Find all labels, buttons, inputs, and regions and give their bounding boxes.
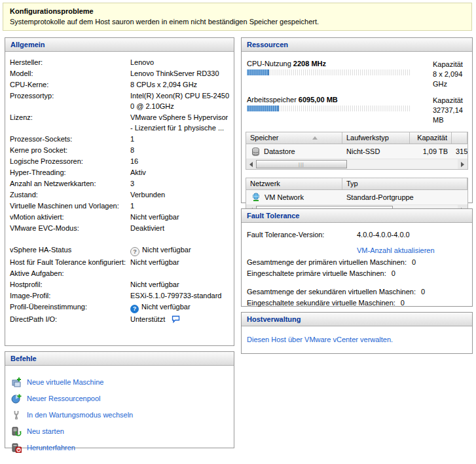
row-value: Nicht verfügbar bbox=[130, 279, 230, 290]
command-enter-maintenance-label[interactable]: In den Wartungsmodus wechseln bbox=[27, 411, 133, 419]
row-ha-status: vSphere HA-Status?Nicht verfügbar bbox=[10, 244, 230, 256]
scroll-right-arrow-icon[interactable] bbox=[458, 159, 467, 169]
command-restart[interactable]: Neu starten bbox=[10, 423, 234, 439]
ft-version-label: Fault Tolerance-Version: bbox=[247, 229, 357, 240]
row-image-profil: Image-Profil:ESXi-5.1.0-799733-standard bbox=[10, 290, 230, 301]
storage-scroll-thumb[interactable]: ||| bbox=[256, 160, 347, 168]
network-name: VM Network bbox=[265, 193, 304, 201]
row-logische-prozessoren: Logische Prozessoren:16 bbox=[10, 156, 230, 166]
storage-table-row-datastore[interactable]: Datastore Nicht-SSD 1,09 TB 315 bbox=[246, 144, 467, 159]
ft-version-row: Fault Tolerance-Version: 4.0.0-4.0.0-4.0… bbox=[247, 229, 468, 240]
row-label: Prozessortyp: bbox=[10, 90, 130, 111]
network-col-netzwerk[interactable]: Netzwerk bbox=[246, 178, 342, 189]
memory-usage-bar bbox=[247, 106, 411, 111]
command-new-resource-pool[interactable]: Neuer Ressourcenpool bbox=[10, 390, 234, 406]
panel-allgemein-title: Allgemein bbox=[5, 38, 234, 52]
question-mark-blue-icon: ? bbox=[130, 305, 139, 313]
row-value: Verbunden bbox=[130, 189, 230, 200]
ft-total-secondary-row: Gesamtmenge der sekundären virtuellen Ma… bbox=[247, 286, 468, 297]
row-fault-tolerance-host: Host für Fault Tolerance konfiguriert:Ni… bbox=[10, 257, 230, 267]
command-shutdown-label[interactable]: Herunterfahren bbox=[27, 444, 75, 452]
panel-befehle: Befehle Neue virtuelle Maschine Neuer Re… bbox=[5, 351, 234, 448]
row-label: vMotion aktiviert: bbox=[10, 212, 130, 222]
banner-title: Konfigurationsprobleme bbox=[10, 7, 465, 15]
row-value: Lenovo bbox=[130, 57, 230, 68]
manage-host-vcenter-link[interactable]: Diesen Host über VMware vCenter verwalte… bbox=[247, 336, 393, 343]
cpu-usage-value: 2208 MHz bbox=[293, 60, 326, 68]
row-value: 1 bbox=[130, 134, 230, 144]
comment-bubble-icon[interactable] bbox=[172, 315, 180, 326]
datastore-icon bbox=[251, 146, 260, 159]
sort-asc-icon bbox=[312, 136, 318, 140]
memory-usage-row: Arbeitsspeicher6095,00 MB Kapazität 3273… bbox=[247, 96, 469, 125]
ft-total-primary-row: Gesamtmenge der primären virtuellen Masc… bbox=[247, 257, 468, 267]
row-evc-modus: VMware EVC-Modus:Deaktiviert bbox=[10, 223, 230, 233]
row-label: Aktive Aufgaben: bbox=[10, 268, 130, 279]
new-vm-icon bbox=[10, 377, 22, 387]
row-value: Intel(R) Xeon(R) CPU E5-2450 0 @ 2.10GHz bbox=[130, 90, 230, 111]
row-label: vSphere HA-Status bbox=[10, 244, 130, 256]
row-value: 16 bbox=[130, 156, 230, 166]
row-label: Modell: bbox=[10, 68, 130, 79]
row-value bbox=[130, 268, 230, 279]
row-label: DirectPath I/O: bbox=[10, 314, 130, 326]
row-value: Nicht verfügbar bbox=[130, 257, 230, 267]
cpu-capacity-label: Kapazität bbox=[433, 60, 469, 69]
row-hostprofil: Hostprofil:Nicht verfügbar bbox=[10, 279, 230, 290]
row-label: Kerne pro Socket: bbox=[10, 145, 130, 155]
panel-fault-tolerance-body: Fault Tolerance-Version: 4.0.0-4.0.0-4.0… bbox=[242, 223, 472, 308]
row-netzwerkkarten: Anzahl an Netzwerkkarten:3 bbox=[10, 178, 230, 189]
row-label: CPU-Kerne: bbox=[10, 79, 130, 90]
row-label: Hostprofil: bbox=[10, 279, 130, 290]
row-value: Lenovo ThinkServer RD330 bbox=[130, 68, 230, 79]
command-enter-maintenance-mode[interactable]: In den Wartungsmodus wechseln bbox=[10, 406, 234, 423]
command-new-vm-label[interactable]: Neue virtuelle Maschine bbox=[27, 378, 103, 386]
memory-usage-bar-fill bbox=[247, 106, 279, 111]
network-col-typ[interactable]: Typ bbox=[342, 178, 467, 189]
shutdown-icon bbox=[10, 442, 22, 453]
command-shutdown[interactable]: Herunterfahren bbox=[10, 439, 234, 455]
storage-col-extra[interactable] bbox=[452, 132, 467, 144]
row-prozessortyp: Prozessortyp:Intel(R) Xeon(R) CPU E5-245… bbox=[10, 90, 230, 111]
panel-allgemein: Allgemein Hersteller:Lenovo Modell:Lenov… bbox=[5, 37, 234, 346]
memory-capacity-value: 32737,14 MB bbox=[433, 106, 469, 125]
cpu-usage-bar-fill bbox=[247, 69, 269, 75]
scroll-left-arrow-icon[interactable] bbox=[246, 159, 256, 169]
row-value: Nicht verfügbar bbox=[130, 212, 230, 222]
command-list: Neue virtuelle Maschine Neuer Ressourcen… bbox=[5, 366, 234, 455]
ft-powered-secondary-row: Eingeschaltete sekundäre virtuelle Masch… bbox=[247, 298, 468, 308]
cpu-usage-bar bbox=[247, 69, 411, 75]
panel-hostverwaltung-title: Hostverwaltung bbox=[242, 313, 472, 326]
datastore-name: Datastore bbox=[264, 147, 295, 155]
storage-table-hscrollbar[interactable]: ||| bbox=[246, 159, 468, 170]
panel-ressourcen: Ressourcen CPU-Nutzung2208 MHz Kapazität… bbox=[241, 37, 473, 203]
storage-col-laufwerkstyp[interactable]: Laufwerkstyp bbox=[342, 132, 410, 144]
refresh-vm-count-link[interactable]: VM-Anzahl aktualisieren bbox=[357, 246, 435, 254]
storage-col-speicher[interactable]: Speicher bbox=[246, 132, 342, 144]
datastore-capacity: 1,09 TB bbox=[410, 144, 452, 159]
row-value: 3 bbox=[130, 178, 230, 189]
question-mark-gray-icon: ? bbox=[130, 247, 139, 256]
panel-allgemein-body: Hersteller:Lenovo Modell:Lenovo ThinkSer… bbox=[5, 52, 234, 326]
network-table-row-vm-network[interactable]: VM Network Standard-Portgruppe bbox=[246, 190, 467, 205]
row-label: Prozessor-Sockets: bbox=[10, 134, 130, 144]
row-label: Host für Fault Tolerance konfiguriert: bbox=[10, 257, 130, 267]
network-type: Standard-Portgruppe bbox=[342, 190, 467, 204]
network-table: Netzwerk Typ VM Network Standard-Portgru… bbox=[246, 178, 468, 205]
host-summary-page: Konfigurationsprobleme Systemprotokolle … bbox=[0, 0, 476, 464]
command-new-vm[interactable]: Neue virtuelle Maschine bbox=[10, 374, 234, 390]
cpu-usage-row: CPU-Nutzung2208 MHz Kapazität 8 x 2,094 … bbox=[247, 60, 469, 89]
row-value: Unterstützt bbox=[130, 314, 230, 326]
row-directpath-io: DirectPath I/O:Unterstützt bbox=[10, 314, 230, 326]
ft-powered-primary-row: Eingeschaltete primäre virtuelle Maschin… bbox=[247, 268, 468, 279]
panel-hostverwaltung: Hostverwaltung Diesen Host über VMware v… bbox=[241, 312, 473, 354]
command-maintenance-label[interactable]: Neuer Ressourcenpool bbox=[27, 395, 101, 402]
row-value: 1 bbox=[130, 201, 230, 211]
row-hersteller: Hersteller:Lenovo bbox=[10, 57, 230, 68]
row-aktive-aufgaben: Aktive Aufgaben: bbox=[10, 268, 230, 279]
row-cpu-kerne: CPU-Kerne:8 CPUs x 2,094 GHz bbox=[10, 79, 230, 90]
row-value: ?Nicht verfügbar bbox=[130, 301, 230, 313]
storage-col-kapazitaet[interactable]: Kapazität bbox=[410, 132, 452, 144]
row-value: Aktiv bbox=[130, 167, 230, 178]
command-restart-label[interactable]: Neu starten bbox=[27, 427, 64, 435]
